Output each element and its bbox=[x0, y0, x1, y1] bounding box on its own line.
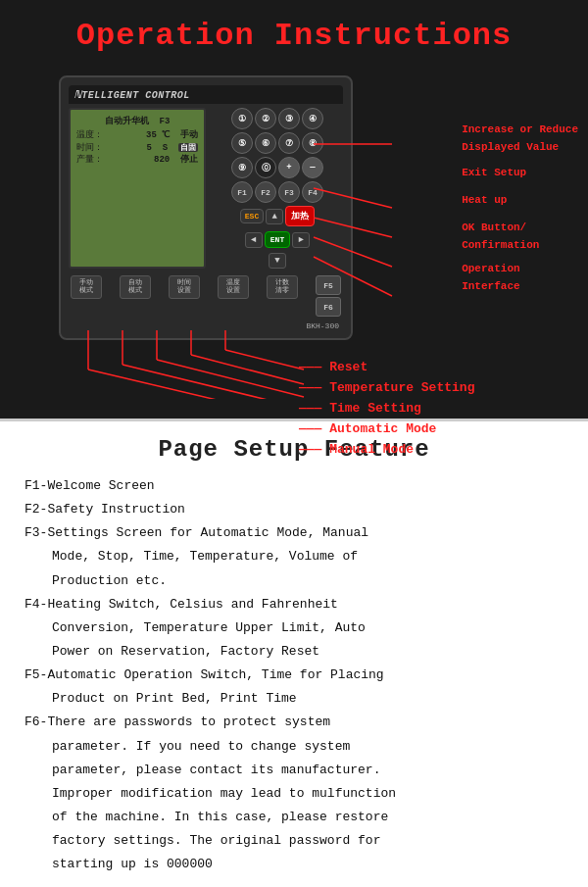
f6-item-line1: F6-There are passwords to protect system bbox=[24, 713, 564, 732]
btn-f6[interactable]: F6 bbox=[316, 297, 341, 317]
right-annotations: Increase or ReduceDisplayed Value Exit S… bbox=[462, 120, 578, 294]
f6-item-line7: starting up is 000000 bbox=[24, 855, 564, 874]
btn-f5[interactable]: F5 bbox=[316, 275, 341, 295]
bottom-section: Page Setup Feature F1-Welcome Screen F2-… bbox=[0, 419, 588, 887]
svg-line-6 bbox=[225, 350, 304, 370]
device-header: ℕTELLIGENT CONTROL bbox=[69, 85, 343, 104]
btn-esc[interactable]: ESC bbox=[240, 209, 264, 223]
num-row-3: ⑨ ⓪ + — bbox=[212, 157, 343, 178]
nav-row: ESC ▲ 加热 bbox=[212, 206, 343, 226]
annotation-reset: ——— Reset bbox=[299, 358, 474, 376]
annotation-auto-mode: ——— Automatic Mode bbox=[299, 419, 474, 438]
lcd-row-1: 温度： 35 ℃ 手动 bbox=[76, 129, 198, 142]
annotation-time-setting: ——— Time Setting bbox=[299, 399, 474, 418]
btn-down[interactable]: ▼ bbox=[269, 253, 286, 269]
btn-5[interactable]: ⑤ bbox=[231, 132, 253, 154]
btn-f2[interactable]: F2 bbox=[255, 181, 276, 203]
btn-time-setting[interactable]: 时间设置 bbox=[169, 275, 200, 299]
btn-temp-setting[interactable]: 温度设置 bbox=[218, 275, 249, 299]
svg-line-14 bbox=[88, 370, 304, 399]
f3-item-line2: Mode, Stop, Time, Temperature, Volume of bbox=[24, 547, 564, 567]
controller-device: ℕTELLIGENT CONTROL 自动升华机 F3 温度： 35 ℃ 手动 … bbox=[59, 75, 353, 340]
svg-line-12 bbox=[122, 365, 304, 399]
btn-f4[interactable]: F4 bbox=[302, 181, 323, 203]
f4-item-line2: Conversion, Temperature Upper Limit, Aut… bbox=[24, 618, 564, 638]
btn-7[interactable]: ⑦ bbox=[278, 132, 300, 154]
f6-item-line3: parameter, please contact its manufactur… bbox=[24, 761, 564, 780]
btn-left[interactable]: ◄ bbox=[245, 232, 263, 248]
page-setup-title: Page Setup Feature bbox=[24, 436, 564, 463]
page-title: Operation Instructions bbox=[0, 10, 588, 66]
annotation-exit-setup: Exit Setup bbox=[462, 163, 578, 180]
f5-item-line2: Product on Print Bed, Print Time bbox=[24, 689, 564, 709]
btn-up[interactable]: ▲ bbox=[266, 209, 283, 224]
f6-item-line5: of the machine. In this case, please res… bbox=[24, 808, 564, 827]
btn-minus[interactable]: — bbox=[302, 157, 323, 178]
f6-item-line4: Improper modification may lead to mulfun… bbox=[24, 784, 564, 804]
btn-1[interactable]: ① bbox=[231, 108, 253, 129]
brand-text: ℕTELLIGENT CONTROL bbox=[74, 88, 190, 101]
f6-item-line6: factory settings. The original password … bbox=[24, 831, 564, 851]
annotation-temp-setting: ——— Temperature Setting bbox=[299, 378, 474, 397]
bottom-annotations: ——— Reset ——— Temperature Setting ——— Ti… bbox=[299, 358, 474, 458]
btn-8[interactable]: ⑧ bbox=[302, 132, 323, 154]
f3-item-line1: F3-Settings Screen for Automatic Mode, M… bbox=[24, 523, 564, 543]
btn-heat[interactable]: 加热 bbox=[285, 206, 315, 226]
f1-item: F1-Welcome Screen bbox=[24, 476, 564, 496]
device-model: BKH-300 bbox=[69, 321, 343, 330]
btn-6[interactable]: ⑥ bbox=[255, 132, 276, 154]
num-row-2: ⑤ ⑥ ⑦ ⑧ bbox=[212, 132, 343, 154]
btn-9[interactable]: ⑨ bbox=[231, 157, 253, 178]
lcd-row-3: 产量： 820 停止 bbox=[76, 154, 198, 167]
btn-4[interactable]: ④ bbox=[302, 108, 323, 129]
btn-3[interactable]: ③ bbox=[278, 108, 300, 129]
btn-f1[interactable]: F1 bbox=[231, 181, 253, 203]
btn-right[interactable]: ► bbox=[292, 232, 310, 248]
btn-auto-mode[interactable]: 自动模式 bbox=[120, 275, 151, 299]
annotation-manual-mode: ——— Manual Mode bbox=[299, 440, 474, 459]
buttons-panel: ① ② ③ ④ ⑤ ⑥ ⑦ ⑧ bbox=[212, 108, 343, 269]
f6-item-line2: parameter. If you need to change system bbox=[24, 737, 564, 757]
svg-line-8 bbox=[191, 355, 304, 384]
svg-line-10 bbox=[157, 360, 304, 397]
f5-item-line1: F5-Automatic Operation Switch, Time for … bbox=[24, 665, 564, 685]
bottom-fn-row: 手动模式 自动模式 时间设置 温度设置 计数清零 F5 F6 bbox=[69, 272, 343, 320]
device-body: 自动升华机 F3 温度： 35 ℃ 手动 时间： 5 S 自固 产量： 820 … bbox=[69, 104, 343, 272]
f3-item-line3: Production etc. bbox=[24, 571, 564, 591]
annotation-heat-up: Heat up bbox=[462, 190, 578, 208]
btn-ent[interactable]: ENT bbox=[265, 231, 290, 248]
annotation-operation-interface: OperationInterface bbox=[462, 259, 578, 294]
f4-item-line3: Power on Reservation, Factory Reset bbox=[24, 642, 564, 662]
f4-item-line1: F4-Heating Switch, Celsius and Fahrenhei… bbox=[24, 595, 564, 615]
device-panel: ℕTELLIGENT CONTROL 自动升华机 F3 温度： 35 ℃ 手动 … bbox=[59, 75, 343, 340]
f2-item: F2-Safety Instruction bbox=[24, 500, 564, 519]
nav-row-2: ◄ ENT ► bbox=[212, 231, 343, 248]
lcd-screen: 自动升华机 F3 温度： 35 ℃ 手动 时间： 5 S 自固 产量： 820 … bbox=[69, 108, 206, 269]
btn-2[interactable]: ② bbox=[255, 108, 276, 129]
instructions-text: F1-Welcome Screen F2-Safety Instruction … bbox=[24, 476, 564, 887]
top-section: Operation Instructions ℕTELLIGENT CONTRO… bbox=[0, 0, 588, 419]
annotation-ok-button: OK Button/Confirmation bbox=[462, 218, 578, 253]
num-row-1: ① ② ③ ④ bbox=[212, 108, 343, 129]
lcd-row-2: 时间： 5 S 自固 bbox=[76, 142, 198, 155]
btn-plus[interactable]: + bbox=[278, 157, 300, 178]
btn-0[interactable]: ⓪ bbox=[255, 157, 276, 178]
annotation-increase-reduce: Increase or ReduceDisplayed Value bbox=[462, 120, 578, 155]
btn-manual-mode[interactable]: 手动模式 bbox=[71, 275, 102, 299]
btn-f3[interactable]: F3 bbox=[278, 181, 300, 203]
lcd-title: 自动升华机 F3 bbox=[76, 115, 198, 127]
fn-row: F1 F2 F3 F4 bbox=[212, 181, 343, 203]
btn-count-reset[interactable]: 计数清零 bbox=[267, 275, 298, 299]
nav-row-3: ▼ bbox=[212, 253, 343, 269]
